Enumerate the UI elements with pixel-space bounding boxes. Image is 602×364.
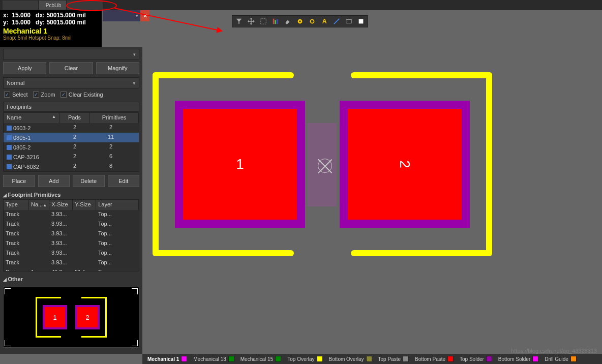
add-button[interactable]: Add <box>38 175 70 187</box>
svg-point-5 <box>299 20 301 22</box>
svg-rect-0 <box>261 19 266 24</box>
layer-item[interactable]: Bottom Paste <box>415 356 454 362</box>
sidebar: ▾ Apply Clear Magnify Normal ✓Select ✓Zo… <box>0 47 142 354</box>
col-xsize[interactable]: X-Size <box>49 200 73 210</box>
svg-rect-2 <box>275 20 276 24</box>
outline-segment[interactable] <box>351 72 492 78</box>
text-tool[interactable]: A <box>320 17 329 26</box>
design-canvas[interactable]: 1 2 <box>142 47 602 354</box>
outline-segment[interactable] <box>351 250 492 256</box>
pad-2[interactable]: 2 <box>340 101 470 228</box>
origin-marker <box>318 159 332 173</box>
svg-rect-1 <box>273 19 275 24</box>
footprint-row[interactable]: 0603-222 <box>4 123 139 133</box>
select-checkbox[interactable]: ✓Select <box>4 92 28 98</box>
zoom-checkbox[interactable]: ✓Zoom <box>33 92 55 98</box>
layer-item[interactable]: Top Paste <box>378 356 409 362</box>
col-layer[interactable]: Layer <box>96 200 139 210</box>
pad-1[interactable]: 1 <box>175 101 305 228</box>
outline-segment[interactable] <box>153 72 159 256</box>
mask-dropdown[interactable]: ▾ <box>103 10 140 21</box>
layer-item[interactable]: Top Solder <box>460 356 492 362</box>
primitive-row[interactable]: Track3.93...Top... <box>4 229 139 239</box>
svg-line-8 <box>334 19 340 24</box>
svg-rect-3 <box>277 19 278 24</box>
col-pads[interactable]: Pads <box>59 113 90 123</box>
col-ysize[interactable]: Y-Size <box>73 200 96 210</box>
col-type[interactable]: Type <box>4 200 29 210</box>
tab-3[interactable] <box>67 1 103 10</box>
layer-dropdown[interactable]: ▾ <box>3 49 139 60</box>
layer-item[interactable]: Bottom Overlay <box>329 356 372 362</box>
primitive-row[interactable]: Track3.93...Top... <box>4 249 139 258</box>
primitive-row[interactable]: Track3.93...Top... <box>4 210 139 220</box>
layer-item[interactable]: Top Overlay <box>287 356 322 362</box>
footprints-table: Name ▲ Pads Primitives 0603-2220805-1211… <box>3 112 139 172</box>
layer-item[interactable]: Mechanical 15 <box>240 356 281 362</box>
move-tool[interactable] <box>247 17 256 26</box>
footprint-row[interactable]: CAP-603228 <box>4 162 139 171</box>
other-header[interactable]: Other <box>3 275 139 284</box>
primitive-row[interactable]: Track3.93...Top... <box>4 239 139 249</box>
drawing-toolbar: A <box>232 15 368 27</box>
svg-rect-9 <box>346 20 352 23</box>
footprint-row[interactable]: CAP-321626 <box>4 152 139 162</box>
col-name[interactable]: Name ▲ <box>4 113 59 123</box>
via-tool[interactable] <box>308 17 317 26</box>
primitive-row[interactable]: Track3.93...Top... <box>4 220 139 229</box>
pad-tool[interactable] <box>295 17 305 26</box>
select-tool[interactable] <box>259 17 268 26</box>
outline-segment[interactable] <box>153 72 294 78</box>
tab-1[interactable] <box>3 1 38 10</box>
rect-tool[interactable] <box>344 17 353 26</box>
line-tool[interactable] <box>332 17 341 26</box>
filter-tool[interactable] <box>234 17 244 26</box>
delete-button[interactable]: Delete <box>73 175 105 187</box>
footprint-view: 1 2 <box>153 72 492 256</box>
primitives-header[interactable]: Footprint Primitives <box>3 190 139 199</box>
layer-item[interactable]: Drill Guide <box>545 356 577 362</box>
footprint-row[interactable]: 0805-1211 <box>4 133 139 142</box>
close-button[interactable]: ✕ <box>140 10 149 21</box>
clear-button[interactable]: Clear <box>49 62 93 74</box>
erase-tool[interactable] <box>283 17 292 26</box>
outline-segment[interactable] <box>153 250 294 256</box>
primitive-row[interactable]: Track3.93...Top... <box>4 258 139 268</box>
outline-segment[interactable] <box>486 72 492 256</box>
coordinates-panel: x: 15.000 dx: 50015.000 mil y: 15.000 dy… <box>0 10 102 47</box>
footprints-header: Footprints <box>3 102 139 112</box>
align-tool[interactable] <box>271 17 280 26</box>
tab-pcblib[interactable]: .PcbLib <box>39 1 66 10</box>
clear-existing-checkbox[interactable]: ✓Clear Existing <box>61 92 103 98</box>
layer-item[interactable]: Mechanical 1 <box>147 356 187 362</box>
apply-button[interactable]: Apply <box>3 62 46 74</box>
col-na[interactable]: Na...▲ <box>29 200 49 210</box>
layer-status-bar: Mechanical 1Mechanical 13Mechanical 15To… <box>142 354 602 364</box>
svg-point-6 <box>311 20 314 23</box>
snap-info: Snap: 5mil Hotspot Snap: 8mil <box>3 35 99 41</box>
fill-tool[interactable] <box>356 17 366 26</box>
tab-bar: .PcbLib <box>0 0 602 10</box>
layer-item[interactable]: Mechanical 13 <box>193 356 234 362</box>
magnify-button[interactable]: Magnify <box>96 62 139 74</box>
edit-button[interactable]: Edit <box>108 175 140 187</box>
primitive-row[interactable]: Pad149.2...51.1...Top... <box>4 268 139 271</box>
mode-dropdown[interactable]: Normal <box>3 77 139 88</box>
footprint-row[interactable]: 0805-222 <box>4 142 139 152</box>
watermark: https://blog.csdn.net/qq_43328313 <box>511 348 597 354</box>
place-button[interactable]: Place <box>3 175 35 187</box>
layer-item[interactable]: Bottom Solder <box>498 356 538 362</box>
preview-panel: 1 2 <box>3 287 139 348</box>
svg-text:A: A <box>322 18 327 25</box>
col-primitives[interactable]: Primitives <box>90 113 139 123</box>
svg-rect-10 <box>359 19 364 24</box>
current-layer: Mechanical 1 <box>3 27 99 35</box>
primitives-table: Type Na...▲ X-Size Y-Size Layer Track3.9… <box>3 199 139 271</box>
